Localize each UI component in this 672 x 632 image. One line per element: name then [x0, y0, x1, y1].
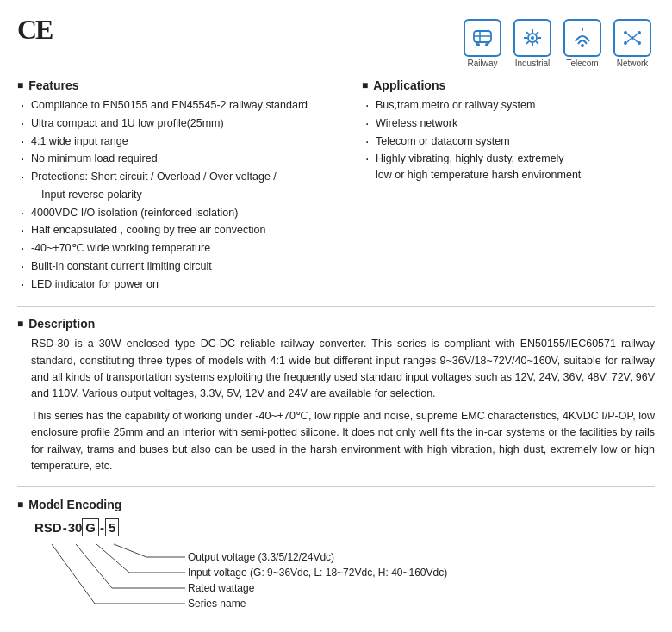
- svg-point-23: [638, 41, 641, 45]
- two-column-section: Features Compliance to EN50155 and EN455…: [17, 77, 655, 294]
- feature-item-indent: Input reverse polarity: [21, 187, 336, 203]
- model-30: 30: [68, 520, 83, 535]
- svg-point-19: [631, 36, 634, 40]
- model-encoding-svg: Output voltage (3.3/5/12/24Vdc) Input vo…: [34, 540, 517, 626]
- svg-line-14: [536, 41, 538, 44]
- railway-label: Railway: [467, 59, 497, 68]
- applications-title: Applications: [362, 78, 655, 92]
- model-dash-1: -: [63, 520, 67, 535]
- app-item: Highly vibrating, highly dusty, extremel…: [365, 151, 655, 183]
- feature-item: 4:1 wide input range: [21, 133, 336, 150]
- app-item: Telecom or datacom system: [365, 133, 655, 150]
- features-section: Features Compliance to EN50155 and EN455…: [17, 77, 336, 294]
- applications-section: Applications Bus,tram,metro or railway s…: [362, 77, 655, 294]
- app-item: Wireless network: [365, 115, 655, 132]
- telecom-label: Telecom: [566, 59, 598, 68]
- svg-point-22: [624, 41, 627, 45]
- industrial-label: Industrial: [515, 59, 551, 68]
- svg-line-25: [634, 34, 638, 37]
- telecom-icon: [563, 19, 601, 57]
- svg-text:Input voltage (G: 9~36Vdc, L: : Input voltage (G: 9~36Vdc, L: 18~72Vdc, …: [188, 567, 447, 579]
- svg-point-8: [531, 36, 534, 40]
- model-encoding-title: Model Encoding: [17, 498, 655, 511]
- svg-point-17: [581, 44, 584, 47]
- svg-line-15: [536, 32, 538, 34]
- industrial-icon: [513, 19, 551, 57]
- network-icon: [613, 19, 651, 57]
- svg-text:Rated wattage: Rated wattage: [188, 582, 255, 594]
- telecom-icon-box: Telecom: [560, 19, 605, 68]
- network-label: Network: [617, 59, 649, 68]
- ce-mark: CE: [17, 15, 52, 43]
- feature-item: Protections: Short circuit / Overload / …: [21, 169, 336, 185]
- model-encoding-section: Model Encoding RSD - 30 G - 5 Output vol…: [17, 498, 655, 629]
- railway-icon: [464, 19, 501, 57]
- top-section: CE Railway: [17, 15, 655, 68]
- svg-text:Output voltage (3.3/5/12/24Vdc: Output voltage (3.3/5/12/24Vdc): [188, 551, 334, 563]
- feature-item: 4000VDC I/O isolation (reinforced isolat…: [21, 205, 336, 221]
- model-rsd: RSD: [34, 520, 62, 535]
- model-g-boxed: G: [82, 518, 99, 536]
- features-list: Compliance to EN50155 and EN45545-2 rail…: [17, 97, 336, 292]
- network-icon-box: Network: [610, 19, 655, 68]
- feature-item: LED indicator for power on: [21, 276, 336, 293]
- feature-item: Built-in constant current limiting circu…: [21, 258, 336, 275]
- description-title: Description: [17, 317, 655, 331]
- description-para-1: RSD-30 is a 30W enclosed type DC-DC reli…: [31, 336, 655, 403]
- feature-item: Compliance to EN50155 and EN45545-2 rail…: [21, 97, 336, 114]
- icons-row: Railway Industrial: [460, 19, 655, 68]
- feature-item: Half encapsulated , cooling by free air …: [21, 222, 336, 239]
- model-diagram: RSD - 30 G - 5 Output voltage (3.3/5/12/…: [26, 518, 655, 629]
- features-title: Features: [17, 78, 336, 92]
- applications-list: Bus,tram,metro or railway system Wireles…: [362, 97, 655, 183]
- railway-icon-box: Railway: [460, 19, 505, 68]
- feature-item: No minimum load required: [21, 151, 336, 167]
- divider-2: [17, 486, 655, 487]
- divider-1: [17, 306, 655, 307]
- model-dash-2: -: [100, 520, 104, 535]
- svg-line-28: [114, 544, 146, 557]
- feature-item: Ultra compact and 1U low profile(25mm): [21, 115, 336, 132]
- app-item: Bus,tram,metro or railway system: [365, 97, 655, 114]
- model-lines-diagram: Output voltage (3.3/5/12/24Vdc) Input vo…: [34, 540, 655, 629]
- svg-point-20: [624, 31, 627, 34]
- svg-text:Series name: Series name: [188, 598, 246, 610]
- model-5-boxed: 5: [105, 518, 119, 536]
- description-para-2: This series has the capability of workin…: [31, 408, 655, 475]
- svg-line-24: [627, 34, 631, 37]
- svg-line-27: [634, 39, 638, 42]
- description-section: Description RSD-30 is a 30W enclosed typ…: [17, 317, 655, 474]
- svg-line-34: [76, 544, 112, 588]
- svg-point-21: [638, 31, 641, 34]
- feature-item: -40~+70℃ wide working temperature: [21, 240, 336, 257]
- svg-line-37: [52, 544, 95, 604]
- industrial-icon-box: Industrial: [510, 19, 555, 68]
- svg-line-26: [627, 39, 631, 42]
- svg-line-16: [526, 41, 529, 44]
- svg-line-13: [526, 32, 529, 34]
